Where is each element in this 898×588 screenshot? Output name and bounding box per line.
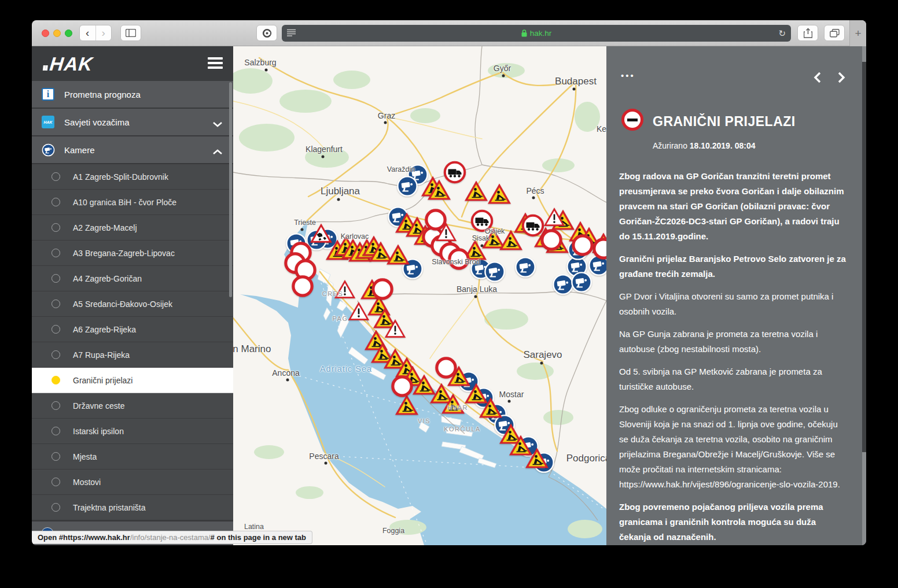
map-icon-warning[interactable] (347, 301, 370, 322)
radio-icon (51, 401, 60, 410)
sidebar-item-istarski-ipsilon[interactable]: Istarski ipsilon (32, 419, 233, 444)
status-bar-link-preview: Open #https://www.hak.hr/info/stanje-na-… (32, 531, 312, 544)
map-icon-roadworks[interactable] (385, 243, 411, 266)
map-city-label: Pécs (526, 186, 544, 195)
panel-next-arrow[interactable] (838, 72, 845, 86)
sidebar-item-grani-ni-prijelazi[interactable]: Granični prijelazi (32, 368, 233, 393)
close-window-button[interactable] (42, 29, 49, 37)
map-city-label: Ancona (272, 368, 299, 378)
sidebar-item-a4-zagreb-gori-an[interactable]: A4 Zagreb-Goričan (32, 266, 233, 291)
map-icon-camera[interactable] (396, 175, 418, 197)
radio-icon (51, 223, 60, 232)
map-city-dot (322, 156, 325, 158)
map-icon-no-trucks[interactable] (443, 161, 466, 184)
panel-scrollbar[interactable] (862, 46, 866, 545)
map-city-label: Mostar (499, 390, 524, 399)
new-tab-button[interactable]: + (849, 20, 866, 46)
sidebar-item-trajektna-pristani-ta[interactable]: Trajektna pristaništa (32, 495, 233, 520)
radio-icon (51, 325, 60, 334)
map-city-dot (502, 75, 505, 77)
map-icon-closed[interactable] (435, 357, 457, 379)
map-city-label: Latina (244, 523, 264, 531)
map-icon-warning[interactable] (384, 318, 407, 339)
map-icon-closed[interactable] (572, 234, 594, 256)
map-city-label: Klagenfurt (306, 145, 343, 154)
minimize-window-button[interactable] (53, 29, 61, 37)
map-icon-roadworks[interactable] (440, 392, 466, 415)
share-button[interactable] (797, 25, 818, 41)
forward-button[interactable]: › (95, 25, 112, 40)
map-city-dot (532, 197, 535, 199)
sidebar-scrollbar[interactable] (229, 82, 232, 297)
sidebar-item-label: A3 Bregana-Zagreb-Lipovac (73, 249, 175, 258)
sidebar-section-kamere[interactable]: Kamere (32, 136, 233, 164)
map-icon-closed[interactable] (592, 238, 606, 260)
sidebar-section-prometna-prognoza[interactable]: iPrometna prognoza (32, 81, 233, 109)
map-city-dot (337, 198, 340, 201)
panel-paragraph: Na GP Gunja zabrana je prometa za teretn… (619, 327, 846, 357)
reload-button[interactable]: ↻ (778, 28, 786, 39)
lock-icon (521, 29, 527, 37)
zoom-window-button[interactable] (65, 29, 72, 37)
back-button[interactable]: ‹ (80, 25, 95, 40)
map-icon-roadworks[interactable] (487, 182, 512, 205)
sidebar-section-label: Prometna prognoza (64, 90, 141, 99)
map-city-dot (301, 228, 304, 231)
map-icon-closed[interactable] (371, 278, 393, 300)
map-city-label: Trieste (294, 219, 316, 227)
map-city-dot (384, 121, 387, 124)
map-icon-no-trucks[interactable] (521, 214, 544, 237)
map-icon-camera[interactable] (514, 256, 536, 278)
sidebar-item-a1-zagreb-split-dubrovnik[interactable]: A1 Zagreb-Split-Dubrovnik (32, 164, 233, 190)
panel-title: GRANIČNI PRIJELAZI (653, 114, 796, 130)
panel-scrollbar-thumb[interactable] (862, 452, 866, 545)
sidebar-item-mjesta[interactable]: Mjesta (32, 444, 233, 469)
map-icon-closed[interactable] (391, 375, 413, 397)
hamburger-menu-icon[interactable] (208, 57, 223, 72)
map-icon-roadworks[interactable] (463, 179, 489, 202)
tabs-icon (830, 29, 840, 38)
map-city-label: Győr (494, 64, 511, 73)
sidebar-item-a5-sredanci-akovo-osijek[interactable]: A5 Sredanci-Đakovo-Osijek (32, 291, 233, 317)
sidebar-item-a3-bregana-zagreb-lipovac[interactable]: A3 Bregana-Zagreb-Lipovac (32, 241, 233, 266)
map-city-dot (481, 245, 484, 247)
panel-prev-arrow[interactable] (814, 72, 821, 86)
sidebar-item-label: Državne ceste (73, 401, 124, 411)
map-city-label: Varaždin (387, 165, 415, 173)
map-city-label: Ljubljana (321, 186, 360, 197)
radio-icon (51, 299, 60, 308)
panel-menu-dots[interactable]: ••• (621, 71, 635, 80)
sidebar-item-a10-granica-bih-vor-plo-e[interactable]: A10 granica BiH - čvor Ploče (32, 190, 233, 215)
extension-button[interactable] (256, 25, 277, 41)
sidebar-item-a7-rupa-rijeka[interactable]: A7 Rupa-Rijeka (32, 342, 233, 368)
sidebar-section-savjeti-voza-ima[interactable]: HAKSavjeti vozačima (32, 109, 233, 136)
address-bar[interactable]: hak.hr ↻ (282, 25, 791, 42)
sidebar-item-mostovi[interactable]: Mostovi (32, 469, 233, 495)
sidebar-toggle-icon (126, 29, 136, 37)
extension-circle-icon (262, 28, 272, 38)
panel-paragraph: Od 5. svibnja na GP Metković zabrana je … (619, 364, 846, 394)
map-icon-roadworks[interactable] (478, 396, 503, 419)
map-icon-closed[interactable] (292, 275, 314, 297)
tab-overview-button[interactable] (824, 25, 845, 41)
radio-icon (51, 427, 60, 435)
map-city-label: Sisak (472, 234, 490, 242)
panel-scrollbar-track (862, 62, 866, 452)
radio-icon (51, 198, 60, 206)
sidebar-item-label: A4 Zagreb-Goričan (73, 274, 142, 283)
camera-icon (41, 143, 55, 157)
sidebar-item-a6-zagreb-rijeka[interactable]: A6 Zagreb-Rijeka (32, 317, 233, 342)
map-icon-camera[interactable] (484, 261, 506, 283)
panel-paragraph: Zbog radova na GP Goričan tranzitni tere… (619, 169, 846, 244)
sidebar-toggle-button[interactable] (120, 25, 141, 41)
sidebar-item-a2-zagreb-macelj[interactable]: A2 Zagreb-Macelj (32, 215, 233, 241)
radio-icon (51, 478, 60, 486)
map-icon-roadworks[interactable] (524, 446, 550, 469)
map-icon-warning[interactable] (543, 206, 566, 228)
map-city-dot (573, 88, 576, 91)
sidebar-header: HAK (32, 46, 233, 81)
map-icon-warning[interactable] (435, 221, 458, 243)
browser-window: ‹ › (32, 20, 866, 545)
traffic-map[interactable]: SalzburgGyőrBudapestGrazKecKlagenfurtVar… (233, 46, 606, 545)
sidebar-item-dr-avne-ceste[interactable]: Državne ceste (32, 393, 233, 419)
